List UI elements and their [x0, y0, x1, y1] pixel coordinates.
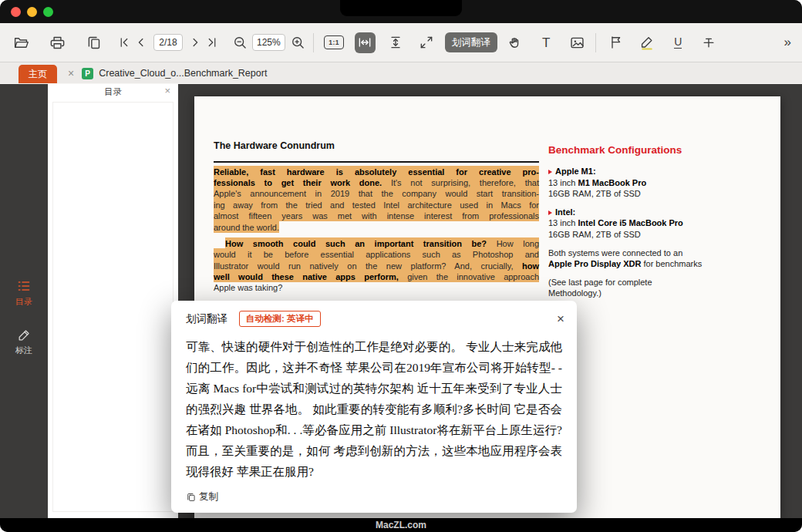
pdf-text-line: How smooth could such an important trans…: [214, 237, 539, 248]
popup-close-icon[interactable]: ×: [557, 312, 564, 325]
chevron-right-icon: [188, 35, 202, 49]
toc-sidebar: 目录 ×: [48, 84, 178, 518]
rail-annotate-label: 标注: [15, 345, 32, 356]
copy-icon: [86, 35, 102, 51]
bullet-triangle-icon: [548, 210, 552, 215]
actual-size-icon: 1:1: [324, 35, 344, 49]
previous-page-button[interactable]: [133, 32, 149, 53]
pdf-text-line: around the world.: [214, 221, 539, 232]
toolbar: 2/18 125% 1:1 划词翻译 T: [0, 23, 802, 62]
pdf-paragraph-1[interactable]: Reliable, fast hardware is absolutely es…: [214, 166, 539, 232]
pdf-right-column: Benchmark Configurations Apple M1:13 inc…: [548, 144, 761, 299]
copy-translation-button[interactable]: 复制: [186, 490, 218, 503]
hand-icon: [507, 35, 523, 50]
benchmark-line: (See last page for complete: [548, 277, 761, 288]
rail-toc-label: 目录: [15, 296, 32, 308]
bookmark-flag-button[interactable]: [606, 32, 627, 53]
benchmark-line: Apple Pro Display XDR for benchmarks: [548, 258, 761, 270]
page-indicator-field[interactable]: 2/18: [153, 34, 183, 51]
list-icon: [16, 278, 32, 294]
benchmark-line: Apple M1:: [548, 166, 761, 177]
expand-arrows-icon: [419, 35, 434, 50]
image-tool-button[interactable]: [567, 32, 588, 53]
first-page-button[interactable]: [116, 32, 132, 53]
close-window-button[interactable]: [11, 7, 21, 17]
underline-tool-button[interactable]: U: [668, 32, 689, 53]
rail-item-toc[interactable]: 目录: [0, 278, 48, 308]
strikethrough-icon: [701, 35, 716, 50]
underline-icon: U: [674, 36, 682, 49]
bullet-triangle-icon: [548, 170, 552, 174]
popup-title: 划词翻译: [186, 312, 227, 326]
sidebar-content-empty[interactable]: [52, 102, 174, 512]
print-button[interactable]: [47, 32, 68, 53]
image-icon: [569, 35, 585, 51]
tab-home[interactable]: 主页: [19, 65, 57, 83]
pen-icon: [17, 328, 32, 342]
pdf-text-line: Apple's announcement in 2019 that the co…: [214, 188, 539, 199]
sidebar-header: 目录 ×: [48, 84, 178, 100]
tab-close-icon[interactable]: ×: [68, 68, 74, 79]
benchmark-line: Both systems were connected to an: [548, 247, 761, 259]
pdf-left-column: The Hardware Conundrum Reliable, fast ha…: [214, 140, 539, 293]
benchmark-line: Intel:: [548, 207, 761, 218]
benchmark-line: 16GB RAM, 2TB of SSD: [548, 229, 761, 241]
more-tools-button[interactable]: »: [784, 35, 791, 50]
pdf-divider-rule: [214, 161, 539, 163]
tab-bar: 主页 × P Creative_Cloud_o...Benchmark_Repo…: [0, 62, 802, 84]
benchmark-line: 13 inch M1 MacBook Pro: [548, 177, 761, 189]
fit-height-button[interactable]: [386, 32, 406, 53]
toolbar-divider: [313, 33, 314, 52]
left-rail: 目录 标注: [0, 84, 48, 518]
fit-height-icon: [388, 35, 403, 50]
app-window: 2/18 125% 1:1 划词翻译 T: [0, 0, 802, 532]
fullscreen-button[interactable]: [416, 32, 437, 53]
highlight-tool-button[interactable]: [637, 32, 658, 53]
last-page-icon: [205, 35, 219, 49]
first-page-icon: [117, 35, 131, 49]
copy-page-button[interactable]: [83, 32, 104, 53]
actual-size-button[interactable]: 1:1: [324, 32, 345, 53]
benchmark-list: Apple M1:13 inch M1 MacBook Pro16GB RAM,…: [548, 166, 761, 299]
strikethrough-tool-button[interactable]: [699, 32, 719, 53]
benchmark-line: Methodology.): [548, 288, 761, 299]
text-tool-button[interactable]: T: [536, 32, 557, 53]
tab-document[interactable]: Creative_Cloud_o...Benchmark_Report: [99, 68, 267, 79]
traffic-lights: [11, 7, 53, 17]
pdf-text-line: well would these native apps perform, gi…: [214, 271, 539, 282]
flag-icon: [608, 35, 624, 50]
pdf-text-line: fessionals to get their work done. It's …: [214, 177, 539, 187]
text-tool-icon: T: [542, 36, 550, 49]
translation-popup: 划词翻译 自动检测: 英译中 × 可靠、快速的硬件对于创造性的工作是绝对必要的。…: [171, 301, 577, 513]
benchmark-line: 16GB RAM, 2TB of SSD: [548, 188, 761, 200]
pdf-paragraph-2[interactable]: How smooth could such an important trans…: [214, 237, 539, 293]
zoom-in-button[interactable]: [290, 32, 305, 53]
translation-text: 可靠、快速的硬件对于创造性的工作是绝对必要的。 专业人士来完成他们的工作。因此，…: [186, 336, 562, 482]
language-detect-badge[interactable]: 自动检测: 英译中: [239, 311, 321, 327]
sidebar-close-icon[interactable]: ×: [164, 86, 170, 96]
rail-item-annotate[interactable]: 标注: [0, 328, 48, 356]
benchmark-line: 13 inch Intel Core i5 MacBook Pro: [548, 217, 761, 229]
zoom-out-button[interactable]: [232, 32, 248, 53]
pdf-section-heading: The Hardware Conundrum: [214, 140, 539, 151]
fit-width-button[interactable]: [355, 32, 376, 53]
zoom-level-field[interactable]: 125%: [252, 34, 285, 51]
hand-tool-button[interactable]: [505, 32, 526, 53]
zoom-window-button[interactable]: [43, 7, 53, 17]
copy-label: 复制: [199, 490, 218, 503]
pdf-doc-icon: P: [82, 68, 93, 79]
next-page-button[interactable]: [187, 32, 203, 53]
camera-notch: [340, 0, 462, 16]
pdf-text-line: Illustrator would run natively on the ne…: [214, 260, 539, 271]
copy-icon: [186, 492, 196, 502]
zoom-in-icon: [290, 35, 305, 50]
chevron-left-icon: [134, 35, 148, 49]
open-file-button[interactable]: [11, 32, 32, 53]
minimize-window-button[interactable]: [27, 7, 37, 17]
printer-icon: [49, 35, 66, 51]
pdf-text-line: almost fifteen years was met with intens…: [214, 210, 539, 221]
word-translate-button[interactable]: 划词翻译: [445, 32, 497, 52]
last-page-button[interactable]: [204, 32, 220, 53]
toolbar-divider: [595, 33, 596, 52]
fit-width-icon: [357, 35, 372, 50]
